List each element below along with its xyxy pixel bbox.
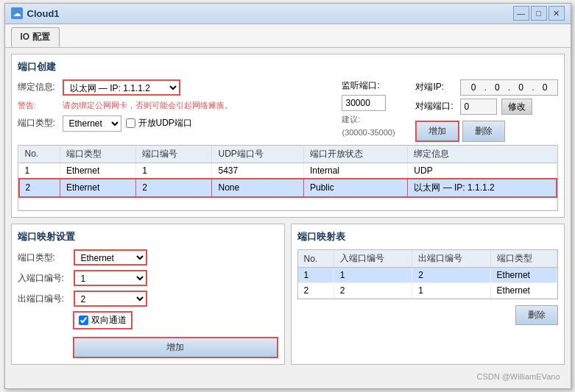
binding-select[interactable]: 以太网 — IP: 1.1.1.2 [63,79,180,96]
map-col-out: 出端口编号 [412,250,490,268]
col-udp-port: UDP端口号 [212,146,303,163]
remote-port-row: 对端端口: 修改 [415,99,557,115]
window-title: Cloud1 [27,8,60,19]
out-port-select[interactable]: 2 [74,291,147,307]
ip-panel: 对端IP: . . . 对端端口: [415,79,557,142]
cell-binding: 以太网 — IP: 1.1.1.2 [408,179,557,197]
col-state: 端口开放状态 [303,146,407,163]
window-icon: ☁ [11,7,23,19]
port-type-label: 端口类型: [18,117,58,129]
col-binding: 绑定信息 [408,146,557,163]
mapping-section-title: 端口映射设置 [18,230,278,243]
remote-ip-row: 对端IP: . . . [415,79,557,96]
map-cell-type: Ethernet [490,283,557,299]
bottom-panels: 端口映射设置 端口类型: Ethernet 入端口编号: 1 [11,224,565,371]
minimize-button[interactable]: — [513,6,529,21]
port-mapping-section: 端口映射设置 端口类型: Ethernet 入端口编号: 1 [11,224,285,365]
suggest-range: (30000-35000) [342,128,401,137]
add-port-button[interactable]: 增加 [415,121,459,142]
cell-state: Internal [303,163,407,179]
remote-port-input[interactable] [460,99,497,115]
table-row[interactable]: 1 Ethernet 1 5437 Internal UDP [19,163,557,179]
cell-type: Ethernet [60,163,135,179]
listen-port-input[interactable]: 30000 [342,95,386,111]
udp-checkbox[interactable] [126,118,135,128]
cell-no: 1 [19,163,60,179]
map-cell-in: 1 [334,268,412,283]
col-no: No. [19,146,60,163]
map-cell-no: 2 [298,283,334,299]
in-port-select[interactable]: 1 [74,270,147,286]
main-window: ☁ Cloud1 — □ ✕ IO 配置 端口创建 绑定信息: [4,3,571,390]
maximize-button[interactable]: □ [531,6,547,21]
ip-octet-2[interactable] [488,82,507,93]
cell-binding: UDP [408,163,557,179]
binding-row: 绑定信息: 以太网 — IP: 1.1.1.2 [18,79,335,96]
binding-label: 绑定信息: [18,81,58,93]
title-controls: — □ ✕ [513,6,565,21]
cell-port-no: 2 [136,179,212,197]
port-creation-title: 端口创建 [18,60,558,74]
cell-udp: None [212,179,303,197]
mapping-form: 端口类型: Ethernet 入端口编号: 1 出端口编号: [18,249,278,358]
map-table-row[interactable]: 1 1 2 Ethernet [298,268,557,283]
table-row-selected[interactable]: 2 Ethernet 2 None Public 以太网 — IP: 1.1.1… [19,179,557,197]
ip-box: . . . [460,79,557,96]
port-type-row: 端口类型: Ethernet 开放UDP端口 [18,115,335,132]
map-col-type: 端口类型 [490,250,557,268]
udp-checkbox-row: 开放UDP端口 [126,117,192,129]
cell-port-no: 1 [136,163,212,179]
modify-button[interactable]: 修改 [501,99,532,115]
listen-label: 监听端口: [342,79,379,92]
listen-port-row: 监听端口: [342,79,401,92]
title-bar: ☁ Cloud1 — □ ✕ [5,4,571,24]
port-table-container: No. 端口类型 端口编号 UDP端口号 端口开放状态 绑定信息 1 Ether… [18,145,558,212]
delete-mapping-button[interactable]: 删除 [515,305,558,325]
title-bar-left: ☁ Cloud1 [11,7,60,19]
bidirectional-label: 双向通道 [91,314,127,327]
map-col-no: No. [298,250,334,268]
remote-port-label: 对端端口: [415,100,456,113]
watermark: CSDN @WilliamEVano [11,371,565,382]
udp-label: 开放UDP端口 [138,117,192,129]
col-port-no: 端口编号 [136,146,212,163]
delete-port-button[interactable]: 删除 [462,121,505,142]
ip-octet-1[interactable] [464,82,482,93]
in-port-label: 入端口编号: [18,272,69,285]
map-cell-out: 1 [412,283,490,299]
out-port-label: 出端口编号: [18,293,69,305]
bidirectional-checkbox[interactable] [79,316,88,325]
warning-row: 警告: 请勿绑定公网网卡，否则可能会引起网络瘫痪。 [18,100,335,111]
close-button[interactable]: ✕ [548,6,565,21]
cell-no: 2 [19,179,60,197]
mapping-type-label: 端口类型: [18,252,69,264]
mapping-table-title: 端口映射表 [297,230,558,243]
map-cell-type: Ethernet [490,268,557,283]
port-type-select[interactable]: Ethernet [63,115,121,132]
remote-ip-label: 对端IP: [415,81,456,93]
bidirectional-row: 双向通道 [73,311,133,329]
main-content: 端口创建 绑定信息: 以太网 — IP: 1.1.1.2 警告: 请勿绑定公网网… [5,48,571,389]
cell-state: Public [303,179,407,197]
suggest-label: 建议: [342,114,401,125]
map-cell-out: 2 [412,268,490,283]
col-type: 端口类型 [60,146,135,163]
ip-octet-3[interactable] [512,82,530,93]
mapping-table: No. 入端口编号 出端口编号 端口类型 1 1 2 Ether [298,250,557,299]
map-cell-in: 2 [334,283,412,299]
ip-octet-4[interactable] [536,82,554,93]
warning-text: 请勿绑定公网网卡，否则可能会引起网络瘫痪。 [63,100,233,111]
tab-bar: IO 配置 [5,24,571,48]
add-mapping-button[interactable]: 增加 [73,337,278,358]
mapping-type-row: 端口类型: Ethernet [18,249,278,266]
out-port-row: 出端口编号: 2 [18,291,278,307]
in-port-row: 入端口编号: 1 [18,270,278,286]
warning-label: 警告: [18,100,58,111]
table-row-empty [19,197,557,210]
action-buttons: 增加 删除 [415,121,557,142]
tab-io-config[interactable]: IO 配置 [11,27,60,47]
map-col-in: 入端口编号 [334,250,412,268]
port-table: No. 端口类型 端口编号 UDP端口号 端口开放状态 绑定信息 1 Ether… [18,146,557,211]
map-table-row[interactable]: 2 2 1 Ethernet [298,283,557,299]
mapping-type-select[interactable]: Ethernet [74,249,147,266]
